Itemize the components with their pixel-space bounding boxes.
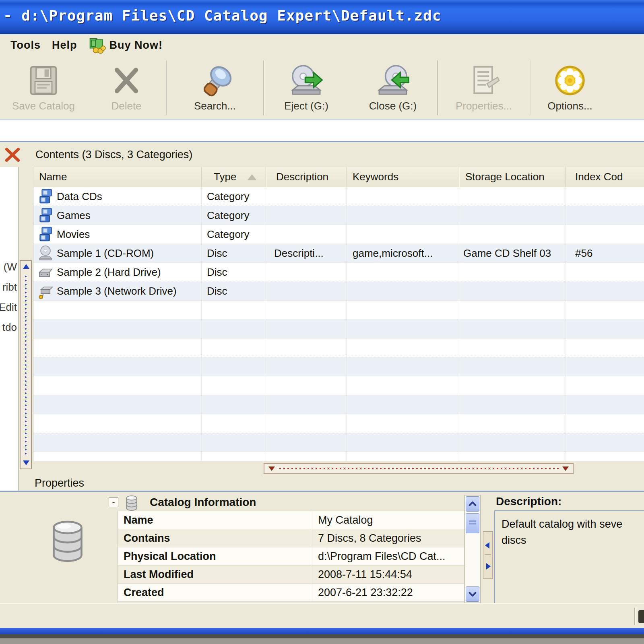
catalog-db-icon [125,494,138,514]
scrollbar-track[interactable] [278,466,559,471]
column-header-name[interactable]: Name [33,167,202,187]
cell-description [266,452,347,461]
column-header-description[interactable]: Description [266,167,347,187]
property-value[interactable]: My Catalog [312,511,464,529]
property-row-name[interactable]: NameMy Catalog [118,511,464,529]
cell-index-code [566,414,644,433]
table-horizontal-scrollbar[interactable] [264,463,574,474]
menu-bar: ToolsHelpBuy Now! [0,34,644,56]
cell-name [33,376,202,395]
cell-description: Descripti... [266,244,347,262]
column-header-keywords[interactable]: Keywords [347,167,459,187]
property-row-created[interactable]: Created2007-6-21 23:32:22 [118,584,464,602]
table-empty-row[interactable] [33,376,644,395]
table-row[interactable]: Sample 2 (Hard Drive)Disc [33,263,644,282]
table-empty-row[interactable] [33,339,644,357]
scroll-down-arrow-icon[interactable] [23,460,29,465]
menu-item-buy-now[interactable]: Buy Now! [83,34,169,56]
splitter-right-arrow-icon[interactable] [486,563,491,570]
property-row-last-modified[interactable]: Last Modified2008-7-11 15:44:54 [118,566,464,584]
description-text: Default catalog with seve [502,516,644,532]
scroll-right-arrow-icon[interactable] [562,466,569,471]
table-empty-row[interactable] [33,433,644,452]
eject-g-button[interactable]: Eject (G:) [264,56,349,119]
table-empty-row[interactable] [33,395,644,414]
table-empty-row[interactable] [33,452,644,461]
chevron-down-icon [467,589,478,599]
scrollbar-track[interactable] [24,275,28,455]
cell-name [33,395,202,414]
property-label: Name [118,511,312,529]
main-area: Contents (3 Discs, 3 Categories) (WribtE… [0,141,644,603]
scroll-up-arrow-icon[interactable] [23,264,29,269]
scroll-left-arrow-icon[interactable] [268,466,275,471]
scroll-down-button[interactable] [466,586,479,602]
title-bar[interactable]: - d:\Program Files\CD Catalog Expert\Def… [0,0,644,34]
panel-splitter[interactable] [483,531,493,579]
table-row[interactable]: MoviesCategory [33,225,644,244]
scroll-up-button[interactable] [466,496,479,512]
window-bottom-border [0,628,644,634]
delete-icon [109,64,143,97]
table-empty-row[interactable] [33,357,644,376]
cell-index-code: #56 [566,244,644,262]
property-value[interactable]: 2008-7-11 15:44:54 [312,566,464,583]
cell-name [33,452,202,461]
property-row-contains[interactable]: Contains7 Discs, 8 Categories [118,529,464,547]
cell-storage-location [459,320,566,338]
close-panel-button[interactable] [4,146,21,163]
cell-description [266,301,347,319]
scrollbar-thumb[interactable] [466,513,479,533]
networkdrive-icon [37,283,54,299]
options-button[interactable]: Options... [530,56,609,119]
save-catalog-icon [27,64,60,97]
property-value[interactable]: 7 Discs, 8 Categories [312,529,464,547]
column-header-label: Description [276,171,328,183]
property-value[interactable]: 2007-6-21 23:32:22 [312,584,464,601]
cell-storage-location [459,263,566,281]
close-g-button[interactable]: Close (G:) [349,56,437,119]
column-header-storage-location[interactable]: Storage Location [459,167,566,187]
property-value[interactable]: d:\Program Files\CD Cat... [312,547,464,565]
column-header-type[interactable]: Type [202,167,266,187]
cell-name: Data CDs [33,187,202,206]
money-icon [89,37,106,54]
cell-index-code [566,320,644,338]
table-row[interactable]: GamesCategory [33,206,644,225]
cell-keywords [347,339,459,357]
property-grid-scrollbar[interactable] [464,495,481,603]
left-panel-text-fragment: (W [4,261,17,273]
table-row[interactable]: Data CDsCategory [33,187,644,206]
cell-type [202,452,266,461]
cell-text: Disc [207,285,227,297]
left-panel-vertical-scrollbar[interactable] [20,260,32,469]
cell-storage-location [459,187,566,206]
menu-item-help[interactable]: Help [46,34,83,56]
menu-item-tools[interactable]: Tools [5,34,46,56]
property-row-physical-location[interactable]: Physical Locationd:\Program Files\CD Cat… [118,547,464,566]
cdrom-icon [37,245,54,261]
cell-type [202,376,266,395]
toolbar-button-label: Delete [111,100,141,112]
description-box[interactable]: Default catalog with seve discs [494,510,644,603]
splitter-left-arrow-icon[interactable] [485,542,489,549]
menu-item-label: Tools [10,39,41,52]
cell-type [202,320,266,338]
menu-item-label: Help [52,39,77,52]
status-bar [0,603,644,628]
left-panel-text-fragment: Edit [0,301,17,314]
table-header-row: NameTypeDescriptionKeywordsStorage Locat… [33,167,644,187]
harddrive-icon [37,264,54,280]
column-header-index-cod[interactable]: Index Cod [566,167,644,187]
cell-description [266,357,347,376]
table-empty-row[interactable] [33,301,644,320]
cell-keywords [347,320,459,338]
table-empty-row[interactable] [33,320,644,339]
table-row[interactable]: Sample 1 (CD-ROM)DiscDescripti...game,mi… [33,244,644,263]
table-row[interactable]: Sample 3 (Network Drive)Disc [33,282,644,301]
table-empty-row[interactable] [33,414,644,433]
cell-keywords [347,452,459,461]
catalog-db-icon [125,494,138,512]
search-button[interactable]: Search... [167,56,263,119]
collapse-group-button[interactable]: - [109,497,118,507]
